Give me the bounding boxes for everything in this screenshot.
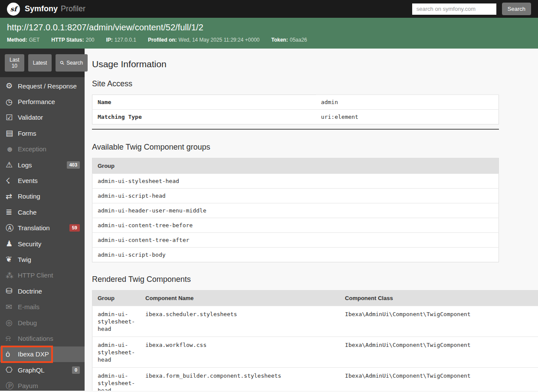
sidebar-item-logs[interactable]: ⚠Logs403	[0, 157, 85, 173]
search-icon: ⚲	[59, 59, 66, 66]
table-row: admin-ui-stylesheet-head	[92, 174, 499, 189]
sidebar-item-routing[interactable]: ⇄Routing	[0, 189, 85, 204]
column-header: Group	[92, 291, 141, 306]
group-cell: admin-ui-stylesheet-head	[92, 174, 499, 189]
sidebar-item-security[interactable]: ♟Security	[0, 236, 85, 252]
component-class-cell: Ibexa\AdminUi\Component\TwigComponent	[340, 368, 538, 391]
site-access-heading: Site Access	[92, 79, 538, 88]
request-url: http://127.0.0.1:8207/admin/view/content…	[7, 23, 531, 33]
group-cell: admin-ui-script-head	[92, 189, 499, 203]
section-rendered-components: Rendered Twig Components GroupComponent …	[92, 275, 538, 391]
sidebar-item-exception[interactable]: ☻Exception	[0, 141, 85, 157]
symfony-profiler-page: sf Symfony Profiler Search http://127.0.…	[0, 0, 538, 392]
sidebar-item-doctrine[interactable]: ⛁Doctrine	[0, 283, 85, 299]
sidebar-item-translation[interactable]: ⒶTranslation59	[0, 220, 85, 236]
status-badge: 0	[72, 366, 80, 374]
sidebar-item-events[interactable]: ☇Events	[0, 173, 85, 188]
sidebar-item-forms[interactable]: ▤Forms	[0, 125, 85, 141]
status-badge: 403	[67, 161, 80, 169]
sidebar-item-label: Payum	[18, 382, 38, 389]
checkbox-icon: ☑	[6, 114, 18, 121]
stopwatch-icon: ◷	[6, 98, 18, 106]
sidebar-item-request-response[interactable]: ⚙Request / Response	[0, 78, 85, 94]
request-meta-label: Token:	[271, 37, 288, 43]
sidebar-item-http-client[interactable]: ⁂HTTP Client	[0, 268, 85, 283]
sidebar-search-button[interactable]: ⚲Search	[56, 54, 88, 72]
sidebar-last-10-label: Last 10	[10, 57, 20, 69]
sidebar-item-label: Cache	[18, 209, 36, 216]
sidebar-item-label: Forms	[18, 130, 36, 137]
status-badge: 59	[69, 224, 80, 232]
sidebar-item-label: Debug	[18, 319, 37, 327]
column-header: Group	[92, 158, 499, 174]
sidebar-last-10-button[interactable]: Last 10	[5, 54, 24, 72]
sidebar-item-label: Security	[18, 240, 41, 248]
table-row: admin-ui-stylesheet-headibexa.form_build…	[92, 368, 538, 391]
request-meta-value: 05aa26	[290, 37, 307, 43]
component-group-cell: admin-ui-stylesheet-head	[92, 368, 141, 391]
signpost-icon: ⇄	[6, 193, 18, 200]
layers-icon: ≣	[6, 208, 18, 216]
log-book-icon: ⚠	[6, 161, 18, 169]
site-access-value: uri:element	[316, 110, 499, 124]
site-search-input[interactable]	[412, 3, 496, 15]
rendered-components-heading: Rendered Twig Components	[92, 275, 538, 284]
sidebar-item-label: Request / Response	[18, 82, 77, 90]
sidebar-item-validator[interactable]: ☑Validator	[0, 110, 85, 125]
component-name-cell: ibexa.scheduler.stylesheets	[140, 306, 340, 337]
page-title: Usage Information	[92, 59, 538, 69]
component-name-cell: ibexa.workflow.css	[140, 337, 340, 368]
twig-groups-heading: Available Twig Component groups	[92, 143, 538, 152]
sidebar-search-label: Search	[66, 60, 83, 66]
request-meta-label: Profiled on:	[148, 37, 177, 43]
request-meta-value: 200	[85, 37, 94, 43]
sidebar-latest-button[interactable]: Latest	[28, 54, 52, 72]
section-twig-groups: Available Twig Component groups Group ad…	[92, 143, 538, 262]
sidebar-menu: ⚙Request / Response◷Performance☑Validato…	[0, 77, 85, 392]
table-row: admin-ui-content-tree-before	[92, 218, 499, 233]
component-group-cell: admin-ui-stylesheet-head	[92, 306, 141, 337]
request-meta-value: Wed, 14 May 2025 11:29:24 +0000	[179, 37, 260, 43]
sidebar-latest-label: Latest	[33, 60, 47, 66]
sidebar-item-twig[interactable]: ❦Twig	[0, 252, 85, 267]
sidebar-item-graphql[interactable]: ⎔GraphQL0	[0, 362, 85, 378]
request-meta-item: HTTP Status:200	[51, 37, 94, 43]
broadcast-icon: ☇	[6, 177, 18, 185]
group-cell: admin-ui-content-tree-before	[92, 218, 499, 233]
app-subtitle: Profiler	[61, 4, 85, 13]
request-meta-value: 127.0.0.1	[115, 37, 136, 43]
component-class-cell: Ibexa\AdminUi\Component\TwigComponent	[340, 337, 538, 368]
sidebar-item-e-mails[interactable]: ✉E-mails	[0, 299, 85, 314]
component-class-cell: Ibexa\AdminUi\Component\TwigComponent	[340, 306, 538, 337]
sidebar-item-label: Doctrine	[18, 287, 42, 295]
site-search-button[interactable]: Search	[502, 3, 531, 15]
table-row: admin-ui-script-body	[92, 248, 499, 262]
app-title: Symfony	[25, 4, 58, 13]
top-header: sf Symfony Profiler Search	[0, 0, 538, 18]
sidebar-item-debug[interactable]: ◎Debug	[0, 315, 85, 330]
sidebar-item-performance[interactable]: ◷Performance	[0, 94, 85, 109]
column-header: Component Name	[140, 291, 340, 306]
site-access-key: Name	[92, 95, 316, 110]
request-meta-item: IP:127.0.0.1	[106, 37, 136, 43]
sidebar-item-notifications[interactable]: ⍾Notifications	[0, 330, 85, 346]
table-row: Nameadmin	[92, 95, 499, 110]
component-group-cell: admin-ui-stylesheet-head	[92, 337, 141, 368]
sidebar-item-label: Ibexa DXP	[18, 350, 49, 358]
sidebar-item-payum[interactable]: ⓅPayum	[0, 378, 85, 392]
table-row: admin-ui-header-user-menu-middle	[92, 203, 499, 218]
request-summary-bar: http://127.0.0.1:8207/admin/view/content…	[0, 18, 538, 49]
bell-icon: ⍾	[6, 334, 18, 342]
group-cell: admin-ui-script-body	[92, 248, 499, 262]
twig-plant-icon: ❦	[6, 255, 18, 263]
site-search: Search	[412, 3, 531, 15]
sidebar-item-cache[interactable]: ≣Cache	[0, 204, 85, 220]
column-header: Component Class	[340, 291, 538, 306]
group-cell: admin-ui-content-tree-after	[92, 233, 499, 248]
ghost-icon: ☻	[6, 145, 18, 153]
ibexa-logo-icon: ȯ	[6, 350, 18, 358]
envelope-icon: ✉	[6, 303, 18, 311]
sidebar-item-ibexa-dxp[interactable]: ȯIbexa DXP	[0, 346, 85, 362]
twig-groups-table: Group admin-ui-stylesheet-headadmin-ui-s…	[92, 158, 499, 262]
table-row: admin-ui-stylesheet-headibexa.workflow.c…	[92, 337, 538, 368]
